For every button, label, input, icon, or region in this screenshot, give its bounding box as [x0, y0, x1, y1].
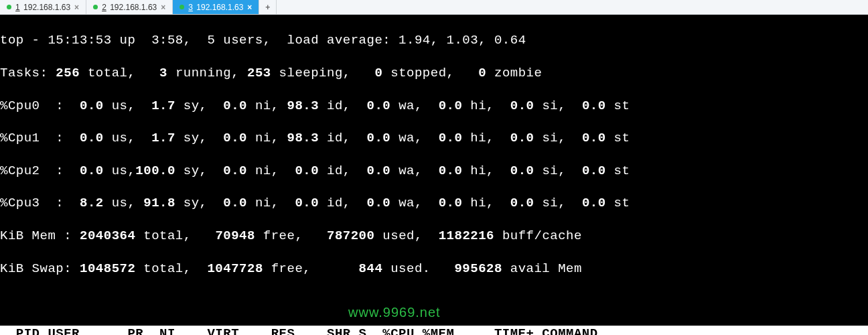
top-mem-line: KiB Mem : 2040364 total, 70948 free, 787… — [0, 228, 868, 244]
tab-2[interactable]: 2 192.168.1.63 × — [86, 0, 173, 14]
top-uptime-line: top - 15:13:53 up 3:58, 5 users, load av… — [0, 32, 868, 48]
top-cpu3-line: %Cpu3 : 8.2 us, 91.8 sy, 0.0 ni, 0.0 id,… — [0, 195, 868, 211]
top-cpu1-line: %Cpu1 : 0.0 us, 1.7 sy, 0.0 ni, 98.3 id,… — [0, 130, 868, 146]
tab-label: 1 192.168.1.63 — [15, 3, 70, 12]
close-icon[interactable]: × — [161, 3, 165, 12]
tab-3[interactable]: 3 192.168.1.63 × — [173, 0, 259, 14]
top-swap-line: KiB Swap: 1048572 total, 1047728 free, 8… — [0, 261, 868, 277]
tab-1[interactable]: 1 192.168.1.63 × — [0, 0, 86, 14]
tab-label: 2 192.168.1.63 — [102, 3, 157, 12]
top-cpu0-line: %Cpu0 : 0.0 us, 1.7 sy, 0.0 ni, 98.3 id,… — [0, 98, 868, 114]
top-tasks-line: Tasks: 256 total, 3 running, 253 sleepin… — [0, 65, 868, 81]
status-dot-icon — [7, 5, 11, 9]
blank-line — [0, 293, 868, 309]
top-cpu2-line: %Cpu2 : 0.0 us,100.0 sy, 0.0 ni, 0.0 id,… — [0, 163, 868, 179]
status-dot-icon — [179, 5, 184, 9]
tab-bar: 1 192.168.1.63 × 2 192.168.1.63 × 3 192.… — [0, 0, 868, 15]
close-icon[interactable]: × — [247, 3, 252, 12]
tab-label: 3 192.168.1.63 — [188, 3, 243, 12]
top-column-header: PID USER PR NI VIRT RES SHR S %CPU %MEM … — [0, 326, 868, 335]
add-tab-button[interactable]: + — [259, 0, 277, 14]
status-dot-icon — [93, 5, 98, 9]
close-icon[interactable]: × — [74, 3, 79, 12]
terminal-output[interactable]: top - 15:13:53 up 3:58, 5 users, load av… — [0, 15, 868, 335]
